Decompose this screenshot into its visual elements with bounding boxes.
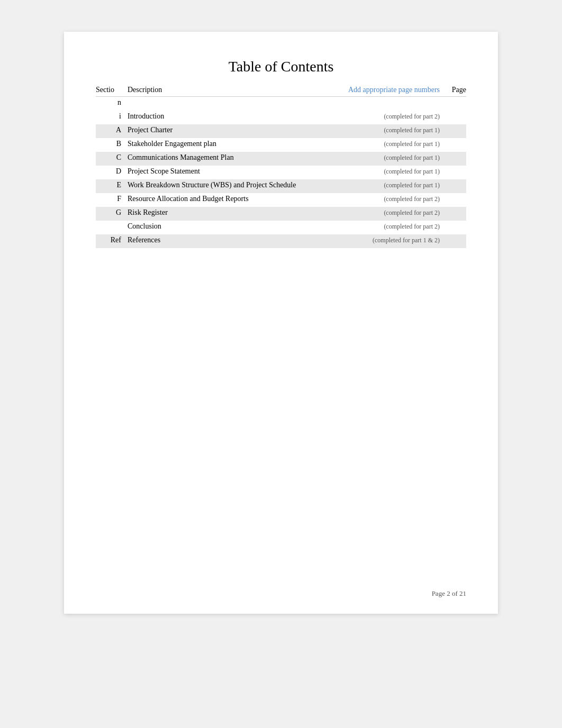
table-row: B Stakeholder Engagement plan (completed…: [96, 138, 466, 152]
section-label-row-2: n: [96, 97, 466, 111]
row-description: Work Breakdown Structure (WBS) and Proje…: [128, 181, 323, 189]
table-row: Conclusion (completed for part 2): [96, 221, 466, 234]
row-description: Conclusion: [128, 222, 323, 231]
toc-title: Table of Contents: [96, 58, 466, 75]
row-description: Introduction: [128, 112, 323, 121]
row-description: Stakeholder Engagement plan: [128, 140, 323, 148]
row-note: (completed for part 1): [323, 140, 440, 148]
row-note: (completed for part 1 & 2): [323, 236, 440, 244]
row-section: C: [96, 153, 128, 162]
row-section: A: [96, 126, 128, 134]
row-note: (completed for part 1): [323, 126, 440, 134]
row-note: (completed for part 2): [323, 209, 440, 217]
page-header: Page: [440, 86, 466, 94]
row-section: i: [96, 112, 128, 121]
row-description: Project Scope Statement: [128, 167, 323, 176]
row-description: Communications Management Plan: [128, 153, 323, 162]
row-note: (completed for part 2): [323, 195, 440, 203]
row-section: E: [96, 181, 128, 189]
table-row: G Risk Register (completed for part 2): [96, 207, 466, 221]
description-header: Description: [128, 86, 323, 94]
row-description: Resource Allocation and Budget Reports: [128, 195, 323, 203]
table-row: E Work Breakdown Structure (WBS) and Pro…: [96, 179, 466, 193]
page-footer: Page 2 of 21: [432, 589, 466, 598]
table-row: Ref References (completed for part 1 & 2…: [96, 234, 466, 248]
section-header-label: Sectio: [96, 86, 114, 94]
table-row: i Introduction (completed for part 2): [96, 111, 466, 124]
table-row: C Communications Management Plan (comple…: [96, 152, 466, 166]
table-row: D Project Scope Statement (completed for…: [96, 166, 466, 179]
row-note: (completed for part 1): [323, 181, 440, 189]
row-section: Ref: [96, 236, 128, 244]
row-description: Risk Register: [128, 208, 323, 217]
page-container: Table of Contents Sectio Description Add…: [64, 32, 498, 614]
row-section: B: [96, 140, 128, 148]
row-section: D: [96, 167, 128, 176]
row-note: (completed for part 1): [323, 154, 440, 162]
table-row: A Project Charter (completed for part 1): [96, 124, 466, 138]
row-description: References: [128, 236, 323, 244]
row-section: F: [96, 195, 128, 203]
toc-body: i Introduction (completed for part 2) A …: [96, 111, 466, 248]
row-description: Project Charter: [128, 126, 323, 134]
row-note: (completed for part 2): [323, 223, 440, 231]
note-header: Add appropriate page numbers: [323, 86, 440, 94]
row-note: (completed for part 1): [323, 168, 440, 176]
section-label-n: n: [96, 98, 128, 107]
row-section: G: [96, 208, 128, 217]
table-row: F Resource Allocation and Budget Reports…: [96, 193, 466, 207]
row-note: (completed for part 2): [323, 113, 440, 121]
section-header: Sectio: [96, 86, 128, 94]
toc-header-row: Sectio Description Add appropriate page …: [96, 86, 466, 97]
